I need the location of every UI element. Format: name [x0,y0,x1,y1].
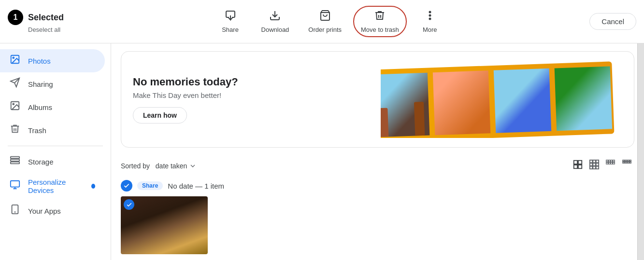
film-strip [381,61,614,138]
svg-point-2 [429,12,430,13]
svg-rect-23 [590,160,593,163]
view-toggle [571,157,634,174]
svg-rect-42 [626,160,628,162]
svg-rect-12 [11,159,19,161]
sidebar-item-your-apps[interactable]: Your Apps [0,199,105,222]
svg-rect-38 [611,162,613,164]
svg-rect-41 [625,160,626,162]
view-smallest-icon [622,159,632,170]
order-prints-icon [319,10,331,24]
memories-title: No memories today? [133,76,258,88]
sidebar-item-storage[interactable]: Storage [0,150,105,173]
view-smallest-button[interactable] [620,157,634,174]
personalize-dot [91,184,95,189]
svg-rect-44 [630,160,631,162]
move-to-trash-label: Move to trash [361,26,399,33]
photo-check-icon [126,202,132,208]
share-icon [225,10,236,24]
share-button[interactable]: Share [211,6,250,37]
your-apps-icon [10,204,20,218]
sidebar-item-trash[interactable]: Trash [0,119,105,142]
memories-film [258,61,622,138]
view-large-button[interactable] [571,157,585,174]
svg-rect-31 [596,166,599,169]
svg-rect-43 [628,160,630,162]
group-select-all[interactable] [121,180,132,192]
sort-label[interactable]: Sorted by date taken [121,162,197,170]
count-row: 1 Selected [8,10,71,25]
view-medium-icon [589,159,600,170]
sort-prefix: Sorted by [121,162,150,170]
view-small-button[interactable] [603,157,618,174]
sidebar-item-photos[interactable]: Photos [0,49,105,72]
sidebar-item-sharing[interactable]: Sharing [0,72,105,96]
deselect-all[interactable]: Deselect all [8,26,71,33]
sidebar-label-sharing: Sharing [28,80,53,88]
order-prints-button[interactable]: Order prints [301,6,349,37]
view-medium-button[interactable] [587,157,601,174]
sidebar: Photos Sharing Albums [0,43,111,260]
sidebar-label-trash: Trash [28,126,46,135]
sidebar-label-albums: Albums [28,103,52,111]
film-frame-2 [433,70,490,135]
svg-rect-40 [623,160,624,162]
photo-grid [121,196,634,254]
app-header: 1 Selected Deselect all Share [0,0,644,43]
photo-selected-check [124,199,134,210]
film-frame-3 [494,68,551,133]
svg-rect-46 [625,162,626,164]
svg-point-10 [13,103,14,105]
view-large-icon [572,159,583,170]
download-button[interactable]: Download [254,6,297,37]
more-button[interactable]: More [411,6,449,37]
film-frame-1 [381,73,429,137]
svg-rect-14 [11,181,19,187]
svg-rect-19 [574,161,577,164]
trash-icon [374,10,386,24]
order-prints-label: Order prints [308,26,342,33]
learn-how-button[interactable]: Learn how [133,107,187,123]
memories-subtitle: Make This Day even better! [133,91,258,99]
personalize-icon [10,179,20,193]
toolbar-actions: Share Download Order print [71,6,589,37]
move-to-trash-button[interactable]: Move to trash [353,6,407,37]
group-header: Share No date — 1 item [121,180,634,192]
memories-text: No memories today? Make This Day even be… [133,76,258,123]
photos-icon [10,54,20,68]
storage-icon [10,155,20,168]
main-layout: Photos Sharing Albums [0,43,644,260]
svg-rect-21 [574,165,577,168]
scrollbar[interactable] [637,43,644,260]
svg-rect-32 [606,160,608,162]
svg-rect-11 [11,157,19,159]
share-label: Share [222,26,239,33]
sidebar-item-personalize[interactable]: Personalize Devices [0,173,105,199]
svg-rect-35 [613,160,615,162]
sidebar-item-albums[interactable]: Albums [0,96,105,119]
memories-banner: No memories today? Make This Day even be… [121,51,634,148]
selection-info: 1 Selected Deselect all [8,10,71,33]
cancel-button[interactable]: Cancel [589,13,636,30]
svg-rect-49 [630,162,631,164]
svg-rect-27 [593,163,596,166]
photo-item[interactable] [121,196,208,254]
sort-row: Sorted by date taken [121,157,634,174]
check-icon [123,182,130,189]
share-badge[interactable]: Share [137,181,163,190]
chevron-down-icon [189,162,197,170]
svg-rect-28 [596,163,599,166]
content-area: No memories today? Make This Day even be… [111,43,644,260]
svg-rect-37 [608,162,610,164]
svg-point-6 [13,57,14,58]
svg-point-3 [429,15,430,16]
svg-rect-24 [593,160,596,163]
albums-icon [10,100,20,114]
film-frame-4 [555,66,612,131]
svg-rect-36 [606,162,608,164]
svg-rect-39 [613,162,615,164]
svg-rect-20 [578,161,582,164]
sidebar-label-photos: Photos [28,57,51,65]
selected-count: 1 [8,10,23,25]
download-icon [269,10,281,24]
sidebar-label-personalize: Personalize Devices [28,178,84,194]
